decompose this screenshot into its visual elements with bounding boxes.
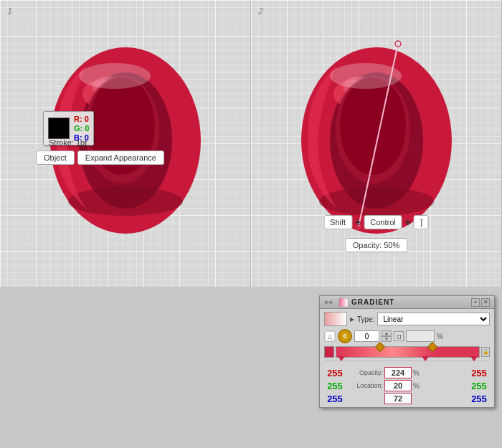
opera-logo-2	[298, 37, 455, 239]
svg-point-4	[68, 187, 183, 216]
opacity-row-label: Opacity:	[347, 369, 383, 376]
svg-text:△: △	[328, 333, 333, 340]
panel-window-controls: « ✕	[471, 298, 490, 307]
panel-1-number: 1	[7, 6, 12, 16]
opacity-value-input[interactable]	[384, 367, 412, 378]
bracket-key: ]	[414, 215, 429, 229]
top-area: 1	[0, 0, 502, 287]
coin-icon: 0	[338, 329, 352, 343]
collapse-button[interactable]: «	[471, 298, 480, 307]
gradient-panel-content: ▶ Type: Linear Radial △ 0	[320, 309, 494, 407]
separator	[324, 361, 490, 361]
type-row: ▶ Type: Linear Radial	[324, 312, 490, 326]
opacity-pct: %	[413, 369, 420, 377]
angle-row: △ 0 ▲ ▼ ◻ %	[324, 329, 490, 343]
pct-label: %	[437, 333, 443, 340]
svg-rect-20	[339, 298, 348, 307]
location-value-row: 255 Location: % 255	[324, 380, 490, 391]
panel-2: 2	[251, 0, 502, 287]
angle-steppers: ▲ ▼	[382, 330, 392, 342]
g-left: 255	[324, 381, 346, 391]
object-button[interactable]: Object	[36, 151, 75, 165]
gradient-slider-wrap: 🔒	[324, 346, 490, 358]
location-value-input[interactable]	[384, 380, 412, 391]
opacity-label: Opacity: 50%	[345, 238, 407, 252]
g-right: 255	[468, 381, 490, 391]
svg-point-12	[319, 187, 434, 216]
gradient-left-stop[interactable]	[324, 346, 334, 358]
gradient-bar[interactable]	[336, 346, 480, 358]
stop-right-triangle[interactable]	[470, 356, 478, 361]
b-value-input[interactable]	[384, 393, 412, 404]
angle-up-button[interactable]: ▲	[382, 330, 392, 336]
b-value-row: 255 255	[324, 393, 490, 404]
pct-input[interactable]	[406, 330, 435, 342]
control-key: Control	[364, 215, 402, 229]
svg-point-7	[79, 63, 151, 89]
color-value-rows: 255 Opacity: % 255 255 Location: %	[324, 367, 490, 404]
color-swatch	[48, 118, 70, 139]
g-value: G: 0	[74, 124, 89, 133]
stop-mid-triangle[interactable]	[422, 356, 429, 361]
r-value: R: 0	[74, 115, 89, 123]
r-right: 255	[468, 368, 490, 378]
opacity-value-row: 255 Opacity: % 255	[324, 367, 490, 378]
slider-lock-icon[interactable]: 🔒	[481, 347, 490, 357]
panel-2-number: 2	[258, 6, 263, 16]
r-left: 255	[324, 368, 346, 378]
b-center	[384, 393, 467, 404]
close-button[interactable]: ✕	[481, 298, 490, 307]
type-arrow-icon: ▶	[350, 316, 354, 323]
location-pct: %	[413, 382, 420, 390]
type-select[interactable]: Linear Radial	[377, 313, 490, 325]
opacity-row: Opacity: 50%	[345, 241, 407, 249]
shortcut-row: Shift + Control + ]	[323, 215, 429, 229]
location-row-label: Location:	[347, 382, 383, 389]
gradient-panel: ◆◆ GRADIENT « ✕	[319, 295, 495, 408]
opacity-center: %	[384, 367, 467, 378]
gradient-bar-fill	[336, 347, 479, 357]
plus-2: +	[405, 216, 411, 228]
angle-down-button[interactable]: ▼	[382, 336, 392, 342]
gradient-panel-titlebar: ◆◆ GRADIENT « ✕	[320, 296, 494, 309]
stop-left-triangle[interactable]	[338, 356, 345, 361]
shift-key: Shift	[323, 215, 352, 229]
gradient-panel-title: GRADIENT	[351, 298, 394, 306]
type-preview	[324, 312, 347, 326]
angle-icon: △	[324, 330, 336, 342]
expand-appearance-button[interactable]: Expand Appearance	[77, 151, 164, 165]
grip-icon: ◆◆	[324, 299, 333, 305]
aspect-icon: ◻	[394, 331, 404, 341]
type-label: Type:	[357, 315, 374, 323]
gradient-slider-row: 🔒	[324, 346, 490, 358]
gradient-icon	[338, 297, 349, 308]
stroke-label: Stroke: 1pt	[49, 138, 87, 147]
action-buttons: Object Expand Appearance	[36, 151, 164, 165]
bottom-area: ◆◆ GRADIENT « ✕	[0, 287, 502, 448]
panel-1: 1	[0, 0, 251, 287]
plus-1: +	[355, 216, 361, 228]
location-center: %	[384, 380, 467, 391]
b-left: 255	[324, 394, 346, 404]
b-right: 255	[468, 394, 490, 404]
angle-input[interactable]	[354, 330, 379, 342]
